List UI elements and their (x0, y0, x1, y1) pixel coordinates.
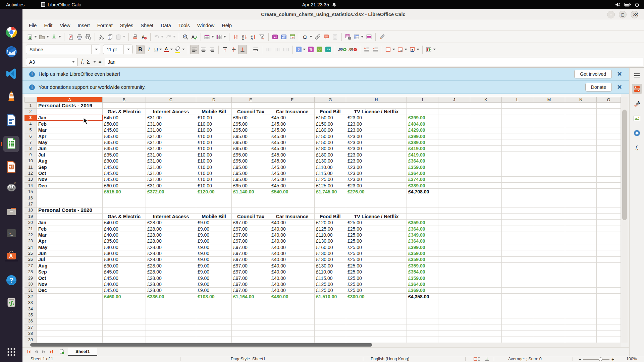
dock-item-trash[interactable] (3, 294, 19, 311)
cell-J17[interactable] (438, 201, 470, 207)
cell-H12[interactable]: £23.00 (346, 170, 407, 176)
cell-C1[interactable] (146, 103, 196, 109)
cell-I26[interactable]: £359.00 (407, 257, 438, 263)
cell-I19[interactable] (407, 214, 438, 220)
cell-B31[interactable]: £45.00 (103, 288, 146, 294)
row-header-3[interactable]: 3 (24, 115, 37, 121)
cell-C4[interactable]: £31.00 (146, 121, 196, 127)
cell-I7[interactable]: £389.00 (407, 139, 438, 145)
cell-C28[interactable]: £28.00 (146, 269, 196, 275)
cell-J18[interactable] (438, 207, 470, 214)
cell-F2[interactable]: Car Insurance (270, 109, 315, 115)
page-style-status[interactable]: PageStyle_Sheet1 (231, 357, 266, 361)
cell-E34[interactable] (232, 306, 270, 312)
border-color-button[interactable] (408, 45, 420, 54)
cell-E11[interactable]: £95.00 (232, 164, 270, 170)
clone-formatting-button[interactable] (131, 32, 140, 42)
cell-B29[interactable]: £45.00 (103, 275, 146, 281)
cell-A8[interactable]: Jun (37, 146, 103, 152)
cell-K7[interactable] (470, 139, 502, 145)
cell-I1[interactable] (407, 103, 438, 109)
sidebar-sidebar-menu-button[interactable] (632, 70, 642, 80)
cell-C22[interactable]: £28.00 (146, 232, 196, 238)
cell-I3[interactable]: £399.00 (407, 115, 438, 121)
cell-G37[interactable] (315, 324, 346, 330)
cell-K18[interactable] (470, 207, 502, 214)
formula-button[interactable]: = (99, 59, 102, 65)
cell-O14[interactable] (597, 183, 621, 189)
menu-window[interactable]: Window (194, 21, 218, 29)
cell-B15[interactable]: £515.00 (103, 189, 146, 195)
cell-O12[interactable] (597, 170, 621, 176)
cell-C8[interactable]: £31.00 (146, 146, 196, 152)
maximize-button[interactable]: ▢ (619, 11, 627, 18)
cell-I13[interactable]: £374.00 (407, 177, 438, 183)
next-sheet-button[interactable] (40, 349, 47, 355)
dock-item-files[interactable] (3, 204, 19, 221)
cell-N15[interactable] (565, 189, 597, 195)
cell-A3[interactable]: Jan (37, 115, 103, 121)
cell-N18[interactable] (565, 207, 597, 214)
cell-O24[interactable] (597, 244, 621, 250)
cell-A24[interactable]: May (37, 244, 103, 250)
row-header-22[interactable]: 22 (24, 232, 37, 238)
cell-G10[interactable]: £130.00 (315, 158, 346, 164)
cell-G6[interactable]: £150.00 (315, 133, 346, 139)
cell-L32[interactable] (502, 294, 533, 300)
cell-G1[interactable] (315, 103, 346, 109)
cell-L28[interactable] (502, 269, 533, 275)
cell-J26[interactable] (438, 257, 470, 263)
cell-A18[interactable]: Personal Costs - 2020 (37, 207, 103, 214)
row-header-10[interactable]: 10 (24, 158, 37, 164)
cell-D32[interactable]: £108.00 (196, 294, 232, 300)
cell-M29[interactable] (533, 275, 565, 281)
sort-ascending-button[interactable]: AZ (240, 32, 249, 42)
cell-H38[interactable] (346, 330, 407, 337)
cell-M18[interactable] (533, 207, 565, 214)
cell-H11[interactable]: £23.00 (346, 164, 407, 170)
cell-E30[interactable]: £97.00 (232, 281, 270, 287)
format-number-button[interactable]: 0,0 (315, 45, 324, 54)
cell-H14[interactable]: £23.00 (346, 183, 407, 189)
cell-O28[interactable] (597, 269, 621, 275)
cell-F37[interactable] (270, 324, 315, 330)
cell-F6[interactable]: £45.00 (270, 133, 315, 139)
cell-M35[interactable] (533, 312, 565, 318)
cell-E19[interactable]: Council Tax (232, 214, 270, 220)
cell-N24[interactable] (565, 244, 597, 250)
cell-A5[interactable]: Mar (37, 127, 103, 133)
row-header-12[interactable]: 12 (24, 170, 37, 176)
redo-button[interactable] (165, 32, 177, 42)
cell-O36[interactable] (597, 318, 621, 324)
cell-K28[interactable] (470, 269, 502, 275)
row-header-24[interactable]: 24 (24, 244, 37, 250)
cell-J27[interactable] (438, 263, 470, 269)
dropdown-caret-icon[interactable] (211, 36, 214, 38)
cell-B37[interactable] (103, 324, 146, 330)
cell-N34[interactable] (565, 306, 597, 312)
cell-H4[interactable]: £23.00 (346, 121, 407, 127)
name-box[interactable]: A3 (26, 58, 78, 66)
underline-button[interactable]: U (153, 45, 163, 54)
cell-K16[interactable] (470, 195, 502, 201)
column-header-M[interactable]: M (533, 97, 565, 103)
cell-K5[interactable] (470, 127, 502, 133)
cell-H13[interactable]: £23.00 (346, 177, 407, 183)
cell-J22[interactable] (438, 232, 470, 238)
align-top-button[interactable] (221, 45, 229, 54)
column-header-B[interactable]: B (103, 97, 146, 103)
cell-J13[interactable] (438, 177, 470, 183)
cell-J30[interactable] (438, 281, 470, 287)
cell-K32[interactable] (470, 294, 502, 300)
dock-item-chrome[interactable] (3, 24, 19, 41)
align-center-button[interactable] (199, 45, 208, 54)
cell-G16[interactable] (315, 195, 346, 201)
format-date-button[interactable]: 15 (324, 45, 333, 54)
wrap-text-button[interactable] (251, 45, 260, 54)
cell-A17[interactable] (37, 201, 103, 207)
align-right-button[interactable] (208, 45, 216, 54)
cell-C2[interactable]: Internet Access (146, 109, 196, 115)
cell-K10[interactable] (470, 158, 502, 164)
column-header-C[interactable]: C (146, 97, 196, 103)
cell-A33[interactable] (37, 300, 103, 306)
